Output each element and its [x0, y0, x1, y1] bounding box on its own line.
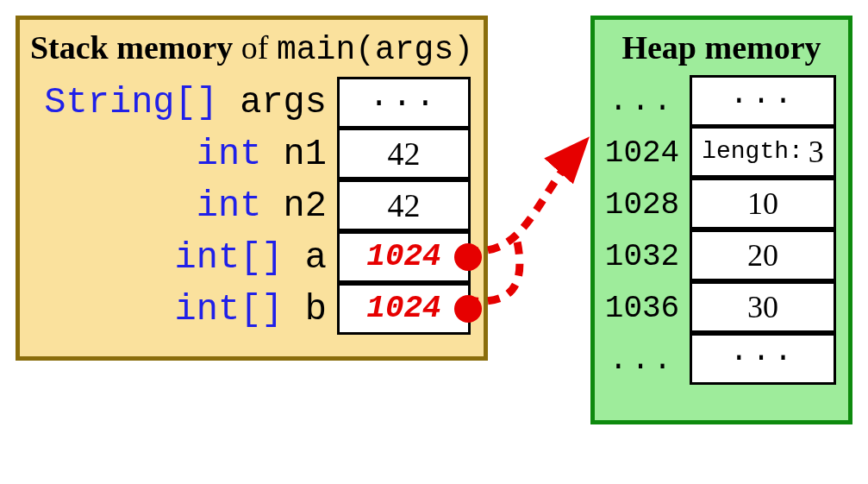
- stack-row: int n1 42: [20, 129, 484, 180]
- stack-var-cell: 1024: [337, 231, 471, 283]
- stack-var-cell: 42: [337, 179, 471, 231]
- stack-title-of: of: [233, 29, 277, 66]
- heap-addr: 1028: [595, 187, 690, 223]
- stack-var-label: int n1: [20, 134, 337, 175]
- heap-row: 1032 20: [595, 230, 848, 282]
- heap-title: Heap memory: [595, 28, 848, 66]
- stack-memory-box: Stack memory of main(args) String[] args…: [16, 16, 488, 361]
- stack-var-label: int n2: [20, 185, 337, 227]
- heap-row: 1036 30: [595, 282, 848, 334]
- stack-title: Stack memory of main(args): [20, 28, 484, 68]
- heap-cell: length:3: [690, 126, 836, 178]
- pointer-dot-icon: [454, 295, 482, 323]
- heap-addr: ...: [595, 84, 690, 119]
- stack-var-cell: ···: [337, 77, 471, 129]
- pointer-dot-icon: [454, 243, 482, 271]
- heap-cell: 30: [690, 281, 836, 333]
- heap-row: ... ···: [595, 75, 848, 127]
- stack-row: int[] b 1024: [20, 284, 484, 336]
- heap-row: 1028 10: [595, 179, 848, 230]
- heap-row: 1024 length:3: [595, 127, 848, 179]
- heap-row: ... ···: [595, 334, 848, 386]
- stack-row: String[] args ···: [20, 77, 484, 129]
- stack-row: int n2 42: [20, 180, 484, 232]
- heap-cell: 20: [690, 229, 836, 281]
- stack-var-label: int[] a: [20, 237, 337, 279]
- stack-var-label: int[] b: [20, 289, 337, 330]
- stack-var-cell: 1024: [337, 283, 471, 335]
- heap-addr: 1024: [595, 135, 690, 171]
- stack-title-mono: main(args): [277, 31, 473, 68]
- stack-row: int[] a 1024: [20, 232, 484, 284]
- heap-addr: ...: [595, 343, 690, 378]
- heap-memory-box: Heap memory ... ··· 1024 length:3 1028 1…: [590, 16, 852, 424]
- heap-cell: ···: [690, 75, 836, 127]
- heap-rows: ... ··· 1024 length:3 1028 10 1032 20 10…: [595, 75, 848, 386]
- stack-var-label: String[] args: [20, 82, 337, 123]
- heap-cell: ···: [690, 333, 836, 385]
- heap-addr: 1032: [595, 239, 690, 274]
- stack-title-bold: Stack memory: [30, 29, 233, 66]
- heap-cell: 10: [690, 178, 836, 229]
- stack-rows: String[] args ··· int n1 42 int n2 42 in…: [20, 77, 484, 336]
- stack-var-cell: 42: [337, 128, 471, 179]
- heap-addr: 1036: [595, 291, 690, 326]
